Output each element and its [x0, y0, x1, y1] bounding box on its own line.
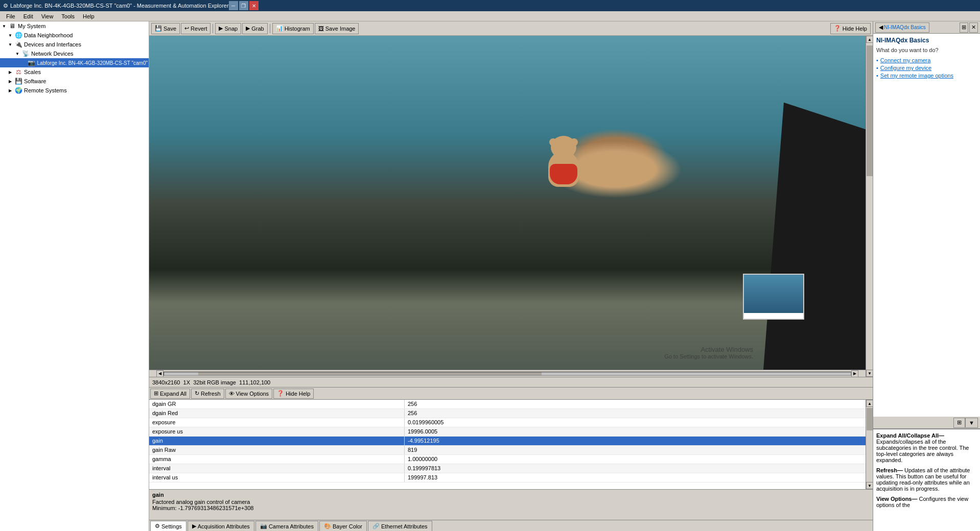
save-button[interactable]: 💾 Save [151, 23, 180, 34]
menu-file[interactable]: File [2, 12, 19, 20]
help-close-button[interactable]: ✕ [969, 22, 978, 33]
attribute-description: gain Factored analog gain control of cam… [149, 489, 873, 520]
toolbar-sep-1 [213, 24, 213, 33]
tree-arrow-data-neighborhood: ▼ [7, 32, 13, 38]
refresh-button[interactable]: ↻ Refresh [191, 389, 224, 399]
scroll-right-arrow[interactable]: ▶ [851, 370, 858, 377]
menu-help[interactable]: Help [79, 12, 99, 20]
attr-row[interactable]: dgain GR 256 [149, 400, 866, 409]
hide-help-attr-button[interactable]: ❓ Hide Help [273, 389, 314, 399]
attr-row[interactable]: interval us 199997.813 [149, 473, 866, 482]
image-resolution: 3840x2160 [152, 379, 180, 385]
snap-icon: ▶ [219, 25, 223, 32]
close-button[interactable]: ✕ [249, 1, 259, 10]
menu-tools[interactable]: Tools [57, 12, 79, 20]
tab-bayer[interactable]: 🎨 Bayer Color [319, 521, 367, 531]
scroll-track-h[interactable] [164, 372, 851, 376]
back-icon: ◀ [879, 24, 883, 31]
monitor-prop [743, 274, 804, 320]
title-bar: ⚙ Labforge Inc. BN-4K-4GB-320MB-CS-ST "c… [0, 0, 980, 11]
tree-node-remote[interactable]: ▶ 🌍 Remote Systems [0, 86, 149, 95]
image-status-bar: 3840x2160 1X 32bit RGB image 111,102,100 [149, 377, 873, 387]
histogram-button[interactable]: 📊 Histogram [272, 23, 314, 34]
tree-node-software[interactable]: ▶ 💾 Software [0, 77, 149, 86]
expand-all-button[interactable]: ⊞ Expand All [150, 389, 190, 399]
menu-edit[interactable]: Edit [19, 12, 37, 20]
menu-view[interactable]: View [37, 12, 58, 20]
attr-scroll-up[interactable]: ▲ [866, 400, 873, 407]
attr-name-cell: dgain GR [149, 400, 405, 408]
attr-value-cell: 199997.813 [405, 473, 866, 482]
tree-node-devices[interactable]: ▼ 🔌 Devices and Interfaces [0, 40, 149, 49]
scroll-left-arrow[interactable]: ◀ [156, 370, 164, 377]
hide-help-button[interactable]: ❓ Hide Help [830, 23, 871, 34]
attr-name-cell: gamma [149, 455, 405, 464]
restore-button[interactable]: ❐ [239, 1, 248, 10]
back-button[interactable]: ◀ NI-IMAQdx Basics [875, 22, 929, 33]
attr-row[interactable]: exposure 0.0199960005 [149, 418, 866, 427]
tree-label-software: Software [24, 78, 46, 84]
attr-row[interactable]: gamma 1.00000000 [149, 455, 866, 464]
attr-name-cell: exposure us [149, 427, 405, 436]
help-icon: ❓ [834, 25, 841, 32]
tree-arrow-remote: ▶ [7, 87, 13, 93]
scroll-up-arrow[interactable]: ▲ [866, 36, 873, 43]
eth-icon: 🔗 [372, 523, 380, 529]
help-bottom-content: Expand All/Collapse All— Expands/collaps… [873, 429, 980, 531]
tree-label-scales: Scales [24, 69, 41, 75]
tab-ethernet[interactable]: 🔗 Ethernet Attributes [368, 521, 432, 531]
revert-button[interactable]: ↩ Revert [181, 23, 211, 34]
image-format: 32bit RGB image [193, 379, 236, 385]
help-link-3[interactable]: Set my remote image options [876, 73, 977, 79]
tree-node-scales[interactable]: ▶ ⚖ Scales [0, 67, 149, 77]
help-bottom-options[interactable]: ⊞ [953, 418, 965, 428]
cam-icon2: 📷 [260, 523, 267, 529]
tree-arrow-scales: ▶ [7, 69, 13, 75]
help-options-button[interactable]: ⊞ [960, 22, 968, 33]
scroll-thumb-h[interactable] [198, 372, 542, 375]
attr-row[interactable]: gain Raw 819 [149, 446, 866, 455]
grab-icon: ▶ [246, 25, 250, 32]
attr-name-cell: exposure [149, 418, 405, 427]
tab-acquisition[interactable]: ▶ Acquisition Attributes [188, 521, 254, 531]
attr-scrollbar-vertical[interactable]: ▲ ▼ [866, 400, 873, 489]
camera-icon: 📷 [28, 59, 36, 67]
help-link-2[interactable]: Configure my device [876, 65, 977, 71]
tree-label-my-system: My System [18, 23, 45, 29]
save-image-button[interactable]: 🖼 Save Image [315, 23, 359, 34]
attr-scroll-down[interactable]: ▼ [866, 482, 873, 489]
snap-button[interactable]: ▶ Snap [215, 23, 241, 34]
monitor-screen [744, 275, 803, 313]
attr-row[interactable]: gain -4.99512195 [149, 437, 866, 446]
attr-info-line2: Minimum: -1.79769313486231571e+308 [152, 505, 870, 511]
tree-node-camera[interactable]: ▶ 📷 Labforge Inc. BN-4K-4GB-320MB-CS-ST … [0, 58, 149, 67]
attr-scroll-thumb[interactable] [867, 408, 873, 430]
scroll-down-arrow[interactable]: ▼ [866, 370, 873, 377]
image-zoom: 1X [183, 379, 190, 385]
image-scrollbar-horizontal[interactable]: ◀ ▶ [149, 370, 866, 377]
view-options-button[interactable]: 👁 View Options [225, 389, 273, 399]
tree-label-remote: Remote Systems [24, 87, 67, 93]
tree-node-data-neighborhood[interactable]: ▼ 🌐 Data Neighborhood [0, 31, 149, 40]
tree-node-network-devices[interactable]: ▼ 📡 Network Devices [0, 49, 149, 58]
attr-row[interactable]: interval 0.199997813 [149, 464, 866, 473]
tree-node-my-system[interactable]: ▼ 🖥 My System [0, 21, 149, 31]
help-link-1[interactable]: Connect my camera [876, 57, 977, 63]
help-section-item: Expand All/Collapse All— Expands/collaps… [876, 432, 977, 463]
attr-name-cell: interval [149, 464, 405, 473]
save-icon: 💾 [155, 25, 162, 32]
help-link-text-3: Set my remote image options [880, 73, 953, 79]
tab-settings[interactable]: ⚙ Settings [150, 521, 186, 531]
scroll-thumb-v[interactable] [867, 45, 873, 176]
minimize-button[interactable]: ─ [229, 1, 238, 10]
tab-camera[interactable]: 📷 Camera Attributes [255, 521, 318, 531]
help-bottom-expand[interactable]: ▼ [965, 418, 978, 428]
tree-label-camera: Labforge Inc. BN-4K-4GB-320MB-CS-ST "cam… [37, 60, 148, 66]
data-neighborhood-icon: 🌐 [14, 31, 22, 39]
grab-button[interactable]: ▶ Grab [242, 23, 267, 34]
help-content: NI-IMAQdx Basics What do you want to do?… [873, 34, 980, 417]
image-scrollbar-vertical[interactable]: ▲ ▼ [866, 36, 873, 377]
network-icon: 📡 [21, 50, 30, 58]
attr-row[interactable]: exposure us 19996.0005 [149, 427, 866, 437]
attr-row[interactable]: dgain Red 256 [149, 409, 866, 418]
